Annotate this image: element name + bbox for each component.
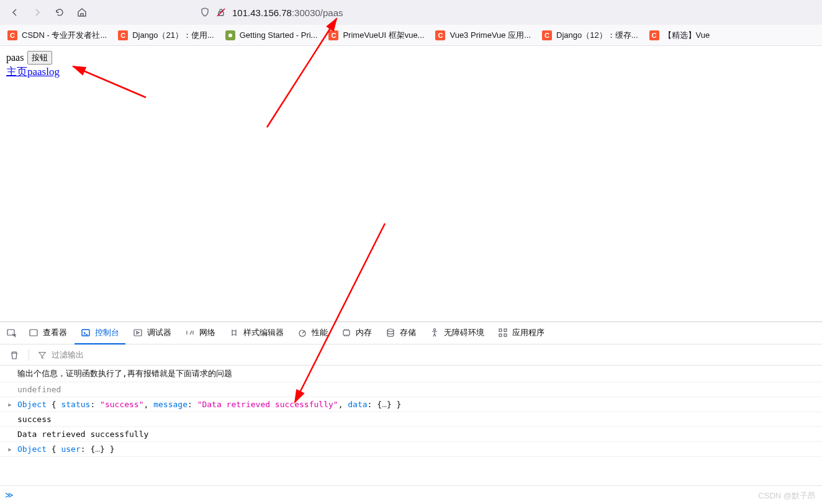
favicon-csdn-icon: C	[7, 30, 17, 40]
console-input[interactable]: ≫	[0, 485, 822, 504]
console-output: 输出个信息，证明函数执行了,再有报错就是下面请求的问题 undefined ▸ …	[0, 366, 822, 485]
bookmark-item[interactable]: CDjango（21）：使用...	[114, 27, 218, 43]
console-line[interactable]: 输出个信息，证明函数执行了,再有报错就是下面请求的问题	[0, 366, 822, 382]
console-subbar: 过滤输出	[0, 344, 822, 366]
svg-point-10	[434, 328, 436, 330]
svg-point-2	[228, 34, 232, 37]
tab-debugger[interactable]: 调试器	[127, 322, 178, 344]
url-bar[interactable]: 101.43.156.78:30030/paas	[194, 2, 566, 22]
expand-arrow-icon[interactable]: ▸	[7, 400, 14, 409]
bookmark-item[interactable]: CCSDN - 专业开发者社...	[4, 27, 111, 43]
tab-network[interactable]: 网络	[179, 322, 222, 344]
inspector-picker-icon[interactable]	[2, 324, 21, 343]
lock-insecure-icon	[216, 7, 226, 17]
browser-toolbar: 101.43.156.78:30030/paas	[0, 0, 822, 25]
svg-rect-8	[343, 330, 350, 335]
svg-rect-11	[499, 329, 502, 331]
svg-rect-6	[134, 330, 142, 336]
console-line[interactable]: undefined	[0, 382, 822, 397]
shield-icon	[200, 7, 210, 17]
tab-inspector[interactable]: 查看器	[22, 322, 73, 344]
tab-performance[interactable]: 性能	[291, 322, 334, 344]
forward-button[interactable]	[27, 2, 47, 22]
svg-point-9	[387, 329, 394, 331]
tab-memory[interactable]: 内存	[335, 322, 378, 344]
bookmark-item[interactable]: Getting Started - Pri...	[222, 28, 322, 43]
favicon-prime-icon	[225, 30, 235, 40]
filter-icon	[38, 351, 47, 359]
home-button[interactable]	[72, 2, 92, 22]
tab-apps[interactable]: 应用程序	[492, 322, 551, 344]
svg-rect-14	[504, 334, 507, 336]
clear-console-button[interactable]	[5, 346, 24, 364]
svg-rect-12	[504, 329, 507, 331]
expand-arrow-icon[interactable]: ▸	[7, 444, 14, 454]
tab-styles[interactable]: 样式编辑器	[223, 322, 290, 344]
bookmark-item[interactable]: C【精选】Vue	[646, 27, 714, 43]
console-line[interactable]: success	[0, 412, 822, 427]
svg-rect-4	[30, 330, 37, 336]
page-content: paas 按钮 主页paaslog	[0, 46, 822, 84]
bookmark-item[interactable]: CDjango（12）：缓存...	[538, 27, 642, 43]
homepage-link[interactable]: 主页paaslog	[6, 66, 60, 78]
page-text: paas	[6, 52, 24, 63]
devtools-panel: 查看器 控制台 调试器 网络 样式编辑器 性能 内存 存储 无障碍环境 应用程序…	[0, 322, 822, 504]
svg-rect-13	[499, 334, 502, 336]
favicon-csdn-icon: C	[118, 30, 128, 40]
watermark: CSDN @默子昂	[758, 490, 816, 502]
tab-storage[interactable]: 存储	[379, 322, 422, 344]
url-text: 101.43.156.78:30030/paas	[232, 7, 343, 18]
favicon-csdn-icon: C	[328, 30, 338, 40]
console-line-object[interactable]: ▸ Object { user: {…} }	[0, 442, 822, 457]
favicon-csdn-icon: C	[435, 30, 445, 40]
back-button[interactable]	[5, 2, 25, 22]
console-line-object[interactable]: ▸ Object { status: "success", message: "…	[0, 397, 822, 412]
console-line[interactable]: Data retrieved successfully	[0, 427, 822, 442]
favicon-csdn-icon: C	[542, 30, 552, 40]
console-filter-input[interactable]: 过滤输出	[34, 349, 817, 361]
devtools-toolbar: 查看器 控制台 调试器 网络 样式编辑器 性能 内存 存储 无障碍环境 应用程序	[0, 322, 822, 344]
bookmark-item[interactable]: CPrimeVueUI 框架vue...	[325, 27, 428, 43]
reload-button[interactable]	[50, 2, 70, 22]
bookmark-item[interactable]: CVue3 PrimeVue 应用...	[431, 27, 535, 43]
favicon-csdn-icon: C	[649, 30, 659, 40]
tab-console[interactable]: 控制台	[75, 322, 125, 344]
button[interactable]: 按钮	[27, 51, 52, 65]
tab-a11y[interactable]: 无障碍环境	[423, 322, 490, 344]
bookmarks-bar: CCSDN - 专业开发者社... CDjango（21）：使用... Gett…	[0, 25, 822, 46]
